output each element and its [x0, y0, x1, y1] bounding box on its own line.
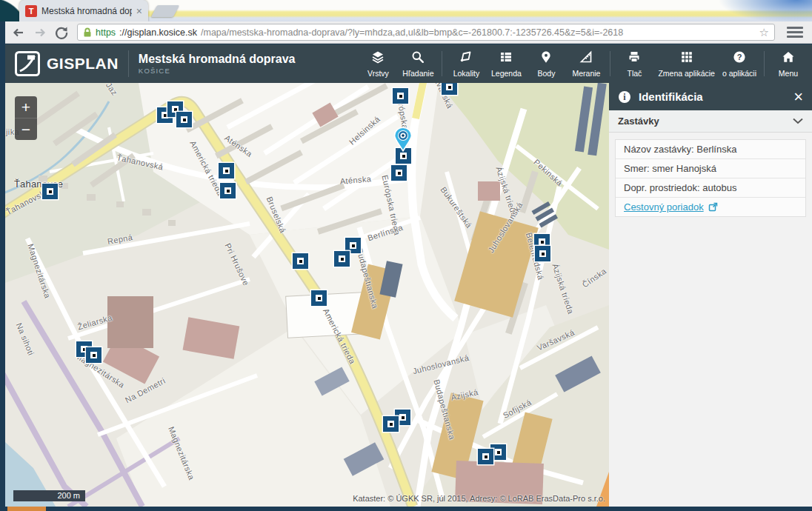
map-attribution: Kataster: © ÚGKK SR, júl 2015, Adresy: ©…: [353, 494, 605, 503]
tab-title: Mestská hromadná dopra: [41, 6, 132, 16]
section-title: Zastávky: [618, 116, 793, 127]
map-zoom-control: + −: [15, 96, 37, 140]
search-icon: [411, 50, 425, 67]
site-favicon: T: [25, 5, 37, 17]
identification-panel: i Identifikácia × Zastávky Názov zastávk…: [609, 83, 812, 507]
bus-stop-marker[interactable]: [42, 184, 58, 199]
printer-icon: [628, 50, 641, 67]
legend-list-icon: [499, 50, 513, 67]
attribute-rows: Názov zastávky: Berlínska Smer: smer Han…: [615, 139, 806, 217]
reload-icon[interactable]: [51, 24, 71, 41]
help-icon: ?: [733, 50, 746, 67]
external-link-icon: [708, 202, 718, 212]
panel-header: i Identifikácia ×: [609, 83, 812, 110]
markers-layer: [5, 83, 609, 507]
map-scale-bar: 200 m: [13, 490, 85, 501]
header-divider: [128, 50, 129, 77]
bus-stop-marker[interactable]: [535, 246, 550, 261]
measure-icon: [579, 50, 593, 67]
tab-close-icon[interactable]: ×: [136, 6, 142, 16]
apps-grid-icon: [680, 50, 693, 67]
url-bar[interactable]: https://gisplan.kosice.sk/mapa/mestska-h…: [77, 24, 775, 41]
toolbar-button-about[interactable]: ? o aplikácii: [719, 44, 760, 83]
polygon-icon: [459, 50, 473, 67]
section-zastavky[interactable]: Zastávky: [609, 110, 812, 133]
bus-stop-marker[interactable]: [334, 251, 350, 267]
toolbar-button-legend[interactable]: Legenda: [486, 44, 526, 83]
forward-icon[interactable]: [30, 24, 50, 41]
bus-stop-marker[interactable]: [293, 253, 308, 269]
toolbar-button-print[interactable]: Tlač: [614, 44, 654, 83]
app-titles: Mestská hromadná doprava KOŠICE: [139, 53, 296, 75]
bus-stop-marker[interactable]: [311, 290, 327, 306]
url-scheme: https: [96, 27, 116, 38]
selected-stop-pin[interactable]: [393, 127, 413, 152]
browser-window: T Mestská hromadná dopra × https://gispl…: [0, 0, 812, 511]
bookmark-star-icon[interactable]: ☆: [759, 26, 769, 39]
home-icon: [782, 50, 795, 67]
browser-tab[interactable]: T Mestská hromadná dopra ×: [19, 0, 148, 21]
toolbar-button-apps[interactable]: Zmena aplikácie: [654, 44, 718, 83]
svg-text:?: ?: [737, 52, 742, 61]
toolbar-button-localities[interactable]: Lokality: [446, 44, 486, 83]
browser-menu-icon[interactable]: [787, 27, 803, 38]
bus-stop-marker[interactable]: [383, 416, 399, 432]
timetable-link[interactable]: Cestovný poriadok: [616, 198, 805, 216]
map-canvas[interactable]: JazjikaŤahanovceŤahanovskáŤahanovskáAmer…: [5, 83, 609, 507]
new-tab-button[interactable]: [151, 5, 180, 17]
toolbar-button-menu[interactable]: Menu: [768, 44, 808, 83]
attribute-row: Dopr. prostriedok: autobus: [616, 178, 805, 198]
map-pin-icon: [539, 50, 553, 67]
zoom-in-button[interactable]: +: [15, 96, 37, 118]
toolbar-button-layers[interactable]: Vrstvy: [358, 44, 398, 83]
layers-icon: [371, 50, 385, 67]
chevron-down-icon: [793, 118, 803, 124]
page-title: Mestská hromadná doprava: [139, 53, 296, 66]
bus-stop-marker[interactable]: [478, 449, 493, 464]
logo-text: GISPLAN: [47, 55, 119, 73]
toolbar-button-measure[interactable]: Meranie: [566, 44, 606, 83]
toolbar-button-search[interactable]: Hľadanie: [398, 44, 438, 83]
bus-stop-marker[interactable]: [442, 83, 457, 95]
back-icon[interactable]: [8, 24, 28, 41]
header-toolbar: Vrstvy Hľadanie Lokality Legenda Body: [358, 44, 812, 83]
page-subtitle: KOŠICE: [139, 67, 296, 75]
bus-stop-marker[interactable]: [86, 347, 102, 363]
toolbar-button-points[interactable]: Body: [526, 44, 566, 83]
bus-stop-marker[interactable]: [220, 183, 236, 198]
padlock-icon: [83, 27, 92, 38]
gisplan-logo[interactable]: GISPLAN: [15, 51, 119, 76]
url-origin: ://gisplan.kosice.sk: [119, 27, 197, 38]
gisplan-logo-icon: [15, 51, 40, 76]
panel-close-icon[interactable]: ×: [793, 89, 803, 105]
bus-stop-marker[interactable]: [219, 163, 234, 178]
panel-title: Identifikácia: [639, 90, 786, 103]
attribute-row: Názov zastávky: Berlínska: [616, 140, 805, 159]
toolbar-divider: [764, 51, 765, 76]
bus-stop-marker[interactable]: [393, 88, 408, 104]
browser-tab-strip: T Mestská hromadná dopra ×: [0, 0, 812, 21]
attribute-row: Smer: smer Hanojská: [616, 159, 805, 178]
info-icon: i: [618, 90, 631, 104]
bus-stop-marker[interactable]: [176, 112, 192, 127]
browser-toolbar: https://gisplan.kosice.sk/mapa/mestska-h…: [5, 21, 812, 44]
url-path: /mapa/mestska-hromadna-doprava/?ly=mhdza…: [201, 27, 756, 38]
app-header: GISPLAN Mestská hromadná doprava KOŠICE …: [5, 44, 812, 83]
desktop-edge: [7, 507, 46, 511]
zoom-out-button[interactable]: −: [15, 118, 37, 140]
bus-stop-marker[interactable]: [391, 165, 407, 181]
toolbar-divider: [442, 51, 442, 76]
toolbar-divider: [610, 51, 610, 76]
